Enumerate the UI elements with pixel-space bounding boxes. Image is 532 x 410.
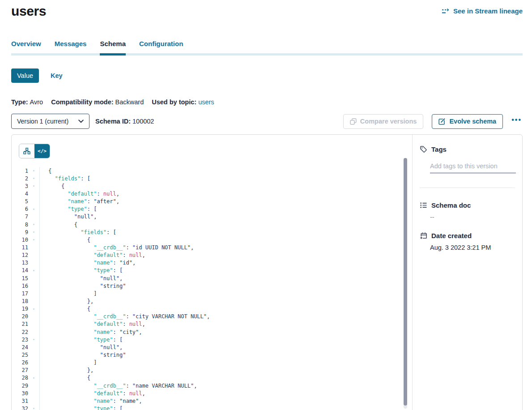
code-editor[interactable]: 1▾{2▾ "fields": [3▾ {4 "default": null,5…: [12, 167, 411, 410]
chevron-down-icon: [78, 120, 84, 123]
code-text: },: [39, 298, 94, 304]
code-line: 4 "default": null,: [12, 190, 411, 197]
value-key-toggle: Value Key: [11, 68, 63, 83]
code-line: 15 "null",: [12, 274, 411, 282]
code-line: 9▾ "fields": [: [12, 228, 411, 236]
fold-toggle-icon[interactable]: ▾: [28, 238, 39, 242]
fold-toggle-icon[interactable]: ▾: [28, 184, 39, 188]
schema-page: users See in Stream lineage OverviewMess…: [0, 0, 532, 410]
line-number: 16: [12, 283, 28, 289]
line-number: 13: [12, 260, 28, 266]
editor-scrollbar-thumb[interactable]: [404, 158, 407, 406]
fold-toggle-icon[interactable]: ▾: [28, 230, 39, 234]
key-tab-button[interactable]: Key: [51, 72, 63, 79]
schema-id-value: 100002: [132, 118, 154, 125]
line-number: 18: [12, 298, 28, 304]
code-line: 28▾ {: [12, 374, 411, 382]
line-number: 20: [12, 313, 28, 320]
code-text: "__crdb__": "id UUID NOT NULL",: [39, 244, 194, 251]
fold-toggle-icon[interactable]: ▾: [28, 376, 39, 380]
code-text: },: [39, 367, 94, 373]
code-line: 17 ]: [12, 290, 411, 297]
code-line: 11 "__crdb__": "id UUID NOT NULL",: [12, 243, 411, 251]
tab-messages[interactable]: Messages: [55, 40, 87, 53]
line-number: 10: [12, 237, 28, 243]
code-line: 2▾ "fields": [: [12, 175, 411, 182]
code-line: 12 "default": null,: [12, 252, 411, 259]
editor-scrollbar-track: [404, 158, 407, 409]
code-line: 31 "name": "name",: [12, 397, 411, 405]
code-text: {: [39, 168, 51, 174]
add-tags-input[interactable]: [430, 161, 516, 173]
code-line: 1▾{: [12, 167, 411, 175]
tab-schema[interactable]: Schema: [100, 40, 126, 53]
topic-link[interactable]: users: [198, 98, 214, 106]
fold-toggle-icon[interactable]: ▾: [28, 176, 39, 180]
code-text: "name": "name",: [39, 398, 142, 404]
version-toolbar: Version 1 (current) Schema ID: 100002 Co…: [11, 114, 523, 129]
calendar-plus-icon: [420, 232, 427, 239]
code-view-icon[interactable]: </>: [34, 144, 50, 158]
code-text: "string": [39, 352, 126, 358]
fold-toggle-icon[interactable]: ▾: [28, 337, 39, 342]
code-text: "type": [: [39, 337, 123, 343]
code-text: ]: [39, 290, 97, 297]
line-number: 1: [12, 168, 28, 174]
page-title: users: [11, 4, 46, 19]
see-in-stream-lineage-link[interactable]: See in Stream lineage: [442, 7, 523, 15]
evolve-schema-button[interactable]: Evolve schema: [432, 114, 503, 129]
fold-toggle-icon[interactable]: ▾: [28, 269, 39, 273]
code-line: 22 "name": "city",: [12, 328, 411, 336]
tab-overview[interactable]: Overview: [11, 40, 41, 53]
code-line: 30 "default": null,: [12, 389, 411, 397]
compatibility-value: Backward: [115, 98, 144, 106]
edit-icon: [438, 118, 446, 125]
fold-toggle-icon[interactable]: ▾: [28, 222, 39, 226]
line-number: 3: [12, 183, 28, 189]
tab-bar: OverviewMessagesSchemaConfiguration: [11, 40, 523, 56]
schema-sidebar: Tags Schema doc --: [413, 135, 522, 410]
code-line: 16 "string": [12, 282, 411, 290]
line-number: 2: [12, 175, 28, 182]
fold-toggle-icon[interactable]: ▾: [28, 169, 39, 173]
code-line: 24 "null",: [12, 343, 411, 351]
line-number: 27: [12, 367, 28, 373]
line-number: 15: [12, 275, 28, 282]
line-number: 32: [12, 406, 28, 410]
line-number: 17: [12, 290, 28, 297]
code-text: "type": [: [39, 406, 123, 410]
code-text: "null",: [39, 275, 123, 282]
line-number: 14: [12, 267, 28, 273]
value-tab-button[interactable]: Value: [11, 68, 39, 83]
fold-toggle-icon[interactable]: ▾: [28, 406, 39, 410]
fold-toggle-icon[interactable]: ▾: [28, 307, 39, 311]
tag-icon: [420, 145, 427, 153]
line-number: 26: [12, 359, 28, 366]
tab-configuration[interactable]: Configuration: [139, 40, 183, 53]
code-text: "null",: [39, 344, 123, 350]
code-text: "name": "after",: [39, 198, 119, 205]
line-number: 29: [12, 383, 28, 389]
schema-panel: </> 1▾{2▾ "fields": [3▾ {4 "default": nu…: [11, 134, 523, 410]
code-line: 10▾ {: [12, 236, 411, 243]
line-number: 4: [12, 191, 28, 197]
sidebar-divider: [420, 188, 515, 188]
code-text: "type": [: [39, 267, 123, 273]
line-number: 7: [12, 214, 28, 220]
more-actions-button[interactable]: •••: [511, 115, 523, 128]
code-line: 14▾ "type": [: [12, 267, 411, 274]
fold-toggle-icon[interactable]: ▾: [28, 207, 39, 211]
code-text: "string": [39, 283, 126, 289]
line-number: 30: [12, 390, 28, 397]
line-number: 21: [12, 321, 28, 327]
compare-versions-button[interactable]: Compare versions: [343, 114, 424, 129]
version-select[interactable]: Version 1 (current): [11, 114, 89, 129]
tree-view-icon[interactable]: [19, 144, 34, 158]
line-number: 24: [12, 344, 28, 350]
line-number: 19: [12, 306, 28, 312]
schema-meta-row: Type: Avro Compatibility mode: Backward …: [11, 98, 214, 106]
code-line: 19▾ {: [12, 305, 411, 313]
code-line: 21 "default": null,: [12, 320, 411, 328]
lineage-link-label: See in Stream lineage: [453, 7, 523, 15]
code-text: {: [39, 183, 64, 189]
